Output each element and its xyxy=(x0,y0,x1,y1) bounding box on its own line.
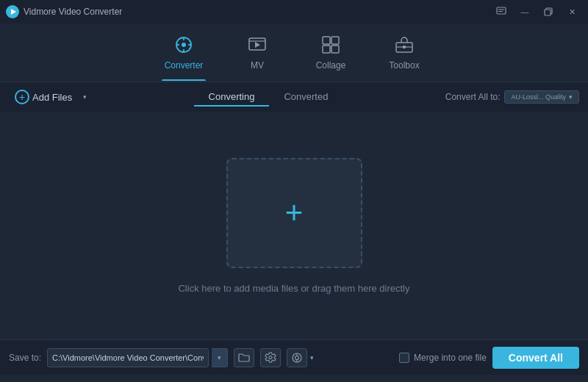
app-logo-icon xyxy=(6,5,19,18)
plus-icon: + xyxy=(285,198,304,228)
app-title: Vidmore Video Converter xyxy=(24,7,122,17)
status-tab-converting[interactable]: Converting xyxy=(194,88,270,107)
settings-button[interactable] xyxy=(260,348,281,367)
convert-all-to-label: Convert All to: xyxy=(445,92,501,102)
add-files-dropdown-arrow[interactable]: ▾ xyxy=(78,90,91,104)
tab-collage-label: Collage xyxy=(316,60,346,71)
add-files-button[interactable]: + Add Files xyxy=(9,87,78,107)
svg-rect-17 xyxy=(331,46,339,53)
tab-mv-label: MV xyxy=(251,60,264,71)
convert-all-to-area: Convert All to: AU-Lossl... Quality ▾ xyxy=(445,90,579,104)
tab-toolbox-label: Toolbox xyxy=(389,60,419,71)
mv-icon xyxy=(248,35,267,57)
tab-converter[interactable]: Converter xyxy=(147,25,220,81)
add-files-circle-icon: + xyxy=(15,90,29,104)
add-files-label: Add Files xyxy=(32,92,72,103)
svg-rect-15 xyxy=(331,37,339,44)
tab-converter-label: Converter xyxy=(165,60,204,71)
chat-button[interactable] xyxy=(491,4,512,19)
svg-point-7 xyxy=(182,43,186,47)
svg-rect-2 xyxy=(497,7,506,14)
svg-rect-16 xyxy=(323,46,330,53)
close-button[interactable]: ✕ xyxy=(562,4,582,19)
tab-collage[interactable]: Collage xyxy=(294,25,368,81)
toolbox-icon xyxy=(395,35,414,57)
footer: Save to: ▾ ▾ Merge into one file Convert… xyxy=(0,339,588,375)
minimize-button[interactable]: — xyxy=(514,4,535,19)
svg-point-21 xyxy=(269,356,272,358)
main-content-area: + Click here to add media files or drag … xyxy=(0,112,588,339)
preferences-button[interactable] xyxy=(287,348,307,367)
title-bar: Vidmore Video Converter — ✕ xyxy=(0,0,588,24)
title-left: Vidmore Video Converter xyxy=(6,5,122,18)
svg-rect-5 xyxy=(545,10,551,15)
nav-tabs: Converter MV Collage xyxy=(0,24,588,82)
window-controls: — ✕ xyxy=(491,4,582,19)
svg-point-23 xyxy=(295,356,299,359)
tab-mv[interactable]: MV xyxy=(220,25,294,81)
convert-all-dropdown-arrow: ▾ xyxy=(569,93,573,101)
svg-rect-14 xyxy=(323,37,330,44)
toolbar: + Add Files ▾ Converting Converted Conve… xyxy=(0,82,588,112)
convert-all-to-select[interactable]: AU-Lossl... Quality ▾ xyxy=(504,90,579,104)
preferences-dropdown-arrow[interactable]: ▾ xyxy=(310,354,314,361)
merge-checkbox-area: Merge into one file xyxy=(320,353,487,363)
collage-icon xyxy=(321,35,340,57)
save-path-input[interactable] xyxy=(47,348,209,367)
drop-zone[interactable]: + xyxy=(226,158,362,268)
save-to-label: Save to: xyxy=(9,353,41,363)
converter-icon xyxy=(174,35,193,57)
status-tab-converted[interactable]: Converted xyxy=(269,88,343,107)
svg-rect-20 xyxy=(403,46,406,48)
open-folder-button[interactable] xyxy=(234,348,254,367)
merge-label: Merge into one file xyxy=(414,353,487,363)
restore-button[interactable] xyxy=(538,4,559,19)
status-tabs: Converting Converted xyxy=(91,88,445,107)
save-path-dropdown-button[interactable]: ▾ xyxy=(212,348,228,367)
convert-all-to-value: AU-Lossl... Quality xyxy=(511,93,566,101)
tab-toolbox[interactable]: Toolbox xyxy=(368,25,441,81)
convert-all-button[interactable]: Convert All xyxy=(492,347,579,369)
merge-checkbox[interactable] xyxy=(399,353,409,363)
drop-hint-text: Click here to add media files or drag th… xyxy=(178,283,409,294)
